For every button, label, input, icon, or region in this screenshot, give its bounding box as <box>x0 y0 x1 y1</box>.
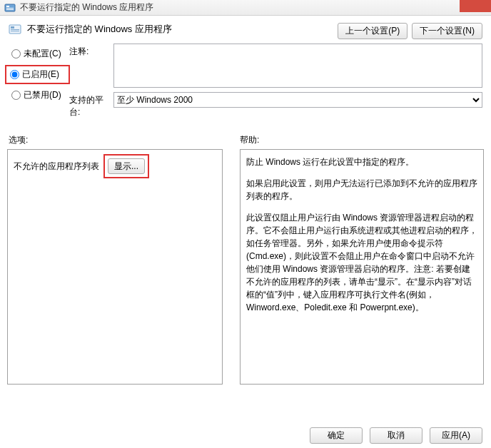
radio-unconfigured-label: 未配置(C) <box>24 48 61 60</box>
header-buttons: 上一个设置(P) 下一个设置(N) <box>338 23 482 39</box>
svg-rect-1 <box>6 6 9 7</box>
cancel-button[interactable]: 取消 <box>370 427 422 444</box>
help-paragraph-2: 如果启用此设置，则用户无法运行已添加到不允许的应用程序列表的程序。 <box>246 177 477 203</box>
bottom-buttons: 确定 取消 应用(A) <box>310 427 482 444</box>
radio-disabled[interactable]: 已禁用(D) <box>9 89 69 101</box>
radio-enabled-label: 已启用(E) <box>22 68 59 81</box>
radio-unconfigured[interactable]: 未配置(C) <box>9 48 69 60</box>
config-radios: 未配置(C) 已启用(E) 已禁用(D) <box>9 44 69 123</box>
options-inner-row: 不允许的应用程序列表 显示... <box>14 156 216 177</box>
platform-label: 支持的平台: <box>69 92 113 118</box>
disallowed-list-label: 不允许的应用程序列表 <box>14 161 99 173</box>
app-icon <box>4 2 16 14</box>
svg-rect-6 <box>11 29 19 30</box>
comment-textarea[interactable] <box>113 44 482 88</box>
comment-row: 注释: <box>69 44 482 88</box>
help-paragraph-1: 防止 Windows 运行在此设置中指定的程序。 <box>246 156 477 168</box>
help-label: 帮助: <box>240 134 482 146</box>
titlebar-text: 不要运行指定的 Windows 应用程序 <box>20 1 153 14</box>
header-left: 不要运行指定的 Windows 应用程序 <box>9 23 172 36</box>
platform-row: 支持的平台: 至少 Windows 2000 <box>69 92 482 118</box>
radio-unconfigured-input[interactable] <box>11 49 21 58</box>
config-fields: 注释: 支持的平台: 至少 Windows 2000 <box>69 44 482 123</box>
svg-rect-5 <box>11 26 14 29</box>
apply-button[interactable]: 应用(A) <box>430 427 482 444</box>
section-labels: 选项: 帮助: <box>0 130 491 149</box>
svg-rect-7 <box>11 31 19 31</box>
titlebar: 不要运行指定的 Windows 应用程序 <box>0 0 491 16</box>
platform-select[interactable]: 至少 Windows 2000 <box>113 92 482 108</box>
radio-enabled[interactable]: 已启用(E) <box>7 67 68 82</box>
header: 不要运行指定的 Windows 应用程序 上一个设置(P) 下一个设置(N) <box>0 16 491 44</box>
dialog-window: 不要运行指定的 Windows 应用程序 不要运行指定的 Windows 应用程… <box>0 0 491 448</box>
show-button[interactable]: 显示... <box>108 158 145 174</box>
help-paragraph-3: 此设置仅阻止用户运行由 Windows 资源管理器进程启动的程序。它不会阻止用户… <box>246 211 477 314</box>
svg-rect-2 <box>6 8 14 9</box>
panels: 不允许的应用程序列表 显示... 防止 Windows 运行在此设置中指定的程序… <box>0 149 491 385</box>
close-button[interactable] <box>460 0 491 12</box>
show-button-highlight: 显示... <box>105 156 148 177</box>
svg-rect-3 <box>6 9 14 10</box>
policy-icon <box>9 23 21 36</box>
ok-button[interactable]: 确定 <box>310 427 363 444</box>
help-panel: 防止 Windows 运行在此设置中指定的程序。 如果启用此设置，则用户无法运行… <box>240 149 484 385</box>
radio-enabled-input[interactable] <box>10 70 19 79</box>
comment-label: 注释: <box>69 44 113 88</box>
radio-disabled-label: 已禁用(D) <box>24 89 61 101</box>
options-label: 选项: <box>9 134 240 146</box>
help-text: 防止 Windows 运行在此设置中指定的程序。 如果启用此设置，则用户无法运行… <box>246 156 477 314</box>
prev-setting-button[interactable]: 上一个设置(P) <box>338 23 408 39</box>
options-panel: 不允许的应用程序列表 显示... <box>7 149 223 385</box>
config-section: 未配置(C) 已启用(E) 已禁用(D) 注释: 支持的平台: 至少 Windo… <box>0 44 491 130</box>
next-setting-button[interactable]: 下一个设置(N) <box>412 23 482 39</box>
radio-disabled-input[interactable] <box>11 91 21 100</box>
header-title: 不要运行指定的 Windows 应用程序 <box>27 23 172 36</box>
